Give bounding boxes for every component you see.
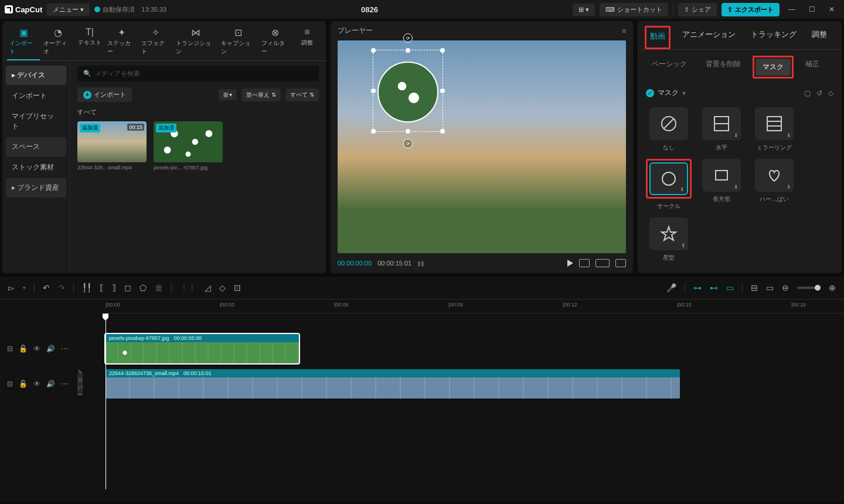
playhead[interactable]	[106, 314, 106, 489]
track-more-icon[interactable]: ⋯	[61, 380, 68, 388]
clip-overlay[interactable]: pexels-pixabay-67857.jpg00:00:05:00	[106, 334, 299, 363]
resize-handle[interactable]	[406, 48, 410, 53]
mask-keyframe-icon[interactable]: ◇	[828, 89, 833, 97]
maximize-icon[interactable]: ☐	[804, 4, 819, 15]
magnet-icon[interactable]: ⊶	[693, 283, 702, 292]
prop-tab-トラッキング[interactable]: トラッキング	[747, 26, 800, 49]
minimize-icon[interactable]: —	[784, 4, 799, 15]
delete-icon[interactable]: 🗑	[155, 283, 163, 292]
media-tab-オーディオ[interactable]: ◔オーディオ	[41, 23, 74, 60]
resize-handle[interactable]	[440, 129, 445, 134]
sidebar-item[interactable]: インポート	[6, 86, 66, 105]
track-lock-icon[interactable]: 🔓	[19, 380, 28, 388]
sub-tab-補正[interactable]: 補正	[798, 56, 826, 79]
sidebar-item[interactable]: ストック素材	[6, 158, 66, 177]
rotate-handle-top[interactable]: ⟳	[403, 33, 413, 43]
import-button[interactable]: +インポート	[77, 87, 132, 102]
mask-shape-none[interactable]	[649, 107, 688, 140]
frame-back-icon[interactable]: ▮▮	[417, 260, 424, 267]
track-visible-icon[interactable]: 👁	[33, 345, 40, 353]
mask-enable-toggle[interactable]: ✓	[646, 89, 654, 97]
timeline-ruler[interactable]: |00:00|00:03|00:06|00:09|00:12|00:15|00:…	[106, 299, 844, 314]
preview-icon[interactable]: ▭	[766, 283, 774, 292]
clip-main[interactable]: 22544-328624736_small.mp400:00:15:01	[106, 369, 680, 399]
select-tool-icon[interactable]: ▻	[8, 283, 15, 292]
media-tab-フィルター[interactable]: ⊗フィルター	[259, 23, 292, 60]
track-mute-icon[interactable]: 🔊	[46, 380, 55, 388]
media-tab-キャプション[interactable]: ⊡キャプション	[219, 23, 257, 60]
prop-tab-動画[interactable]: 動画	[645, 26, 671, 49]
mirror-icon[interactable]: ◿	[205, 283, 211, 292]
mask-shape-rect[interactable]: ⬇	[702, 159, 741, 192]
resize-handle[interactable]	[371, 48, 376, 53]
mask-shape-mirror[interactable]: ⬇	[755, 107, 794, 140]
media-tab-調整[interactable]: ≡調整	[293, 23, 321, 60]
sub-tab-背景を削除[interactable]: 背景を削除	[699, 56, 748, 79]
track-visible-icon[interactable]: 👁	[33, 380, 40, 388]
redo-icon[interactable]: ↷	[58, 283, 65, 292]
safezone-icon[interactable]	[579, 259, 590, 267]
resize-handle[interactable]	[440, 48, 445, 53]
mask-shape-horiz[interactable]: ⬇	[702, 107, 741, 140]
sub-tab-マスク[interactable]: マスク	[755, 59, 791, 76]
link-icon[interactable]: ⊷	[710, 283, 718, 292]
menu-button[interactable]: メニュー ▾	[47, 4, 90, 16]
aspect-ratio-button[interactable]: ⊞ ▾	[573, 4, 595, 16]
resize-handle[interactable]	[371, 129, 376, 134]
mask-shape-circle[interactable]: ⬇	[649, 162, 688, 195]
media-thumbnail[interactable]: 追加済pexels-pix…-67857.jpg	[154, 121, 223, 171]
ratio-icon[interactable]	[595, 259, 610, 267]
media-tab-ステッカー[interactable]: ✦ステッカー	[105, 23, 138, 60]
view-mode-button[interactable]: ⊞ ▾	[219, 89, 237, 100]
prop-tab-アニメーション[interactable]: アニメーション	[679, 26, 739, 49]
mask-reset-icon[interactable]: ↺	[816, 89, 822, 97]
zoom-out-icon[interactable]: ⊖	[782, 283, 789, 292]
fullscreen-icon[interactable]	[615, 259, 626, 267]
mask-circle-preview[interactable]	[377, 62, 438, 122]
close-icon[interactable]: ✕	[824, 4, 839, 15]
trim-right-icon[interactable]: ⟧	[112, 283, 116, 292]
play-button[interactable]	[567, 260, 573, 267]
mic-icon[interactable]: 🎤	[666, 283, 676, 292]
mask-shape-star[interactable]: ⬇	[649, 217, 688, 250]
prop-tab-調整[interactable]: 調整	[808, 26, 831, 49]
rotate-icon[interactable]: ◇	[219, 283, 226, 292]
track-more-icon[interactable]: ⋯	[61, 345, 68, 353]
overlay-selection[interactable]: ⟳ ⟳	[373, 50, 443, 132]
wave-icon[interactable]: ⋮⋮	[180, 283, 196, 292]
sort-button[interactable]: 並べ替え ⇅	[241, 88, 281, 101]
sidebar-item[interactable]: スペース	[6, 137, 66, 156]
rotate-handle-bottom[interactable]: ⟳	[403, 139, 413, 148]
media-tab-インポート[interactable]: ▣インポート	[7, 23, 40, 60]
zoom-in-icon[interactable]: ⊕	[829, 283, 836, 292]
snap-icon[interactable]: ▭	[726, 283, 734, 292]
media-tab-トランジション[interactable]: ⋈トランジション	[173, 23, 218, 60]
resize-handle[interactable]	[406, 129, 410, 134]
track-lock-icon[interactable]: 🔓	[19, 345, 28, 353]
media-thumbnail[interactable]: 追加済00:1522544-328…small.mp4	[77, 121, 147, 171]
track-collapse-icon[interactable]: ⊟	[7, 380, 13, 388]
undo-icon[interactable]: ↶	[43, 283, 50, 292]
sidebar-item[interactable]: ▸ ブランド資産	[6, 178, 66, 197]
resize-handle[interactable]	[440, 88, 445, 93]
mask-shape-heart[interactable]: ⬇	[755, 159, 794, 192]
export-button[interactable]: ⇧ エクスポート	[722, 3, 780, 16]
media-search[interactable]: 🔍 メディアを検索	[77, 66, 319, 81]
media-tab-エフェクト[interactable]: ✧エフェクト	[139, 23, 172, 60]
cover-button[interactable]: ✎カバー	[77, 372, 83, 396]
crop-icon[interactable]: ◻	[124, 283, 131, 292]
sidebar-item[interactable]: マイプリセット	[6, 107, 66, 136]
sidebar-item[interactable]: ▸ デバイス	[6, 66, 66, 85]
track-collapse-icon[interactable]: ⊟	[7, 345, 13, 353]
resize-handle[interactable]	[371, 88, 376, 93]
filter-all-button[interactable]: すべて ⇅	[285, 88, 319, 101]
media-tab-テキスト[interactable]: T|テキスト	[76, 23, 104, 60]
share-button[interactable]: ⇧ シェア	[678, 3, 717, 16]
shield-icon[interactable]: ⬠	[139, 283, 147, 292]
split-icon[interactable]: ╿╿	[82, 283, 91, 292]
shortcut-button[interactable]: ⌨ ショートカット	[600, 3, 668, 16]
track-mute-icon[interactable]: 🔊	[46, 345, 55, 353]
player-menu-icon[interactable]: ≡	[622, 27, 626, 35]
sub-tab-ベーシック[interactable]: ベーシック	[645, 56, 694, 79]
crop2-icon[interactable]: ⊡	[234, 283, 241, 292]
